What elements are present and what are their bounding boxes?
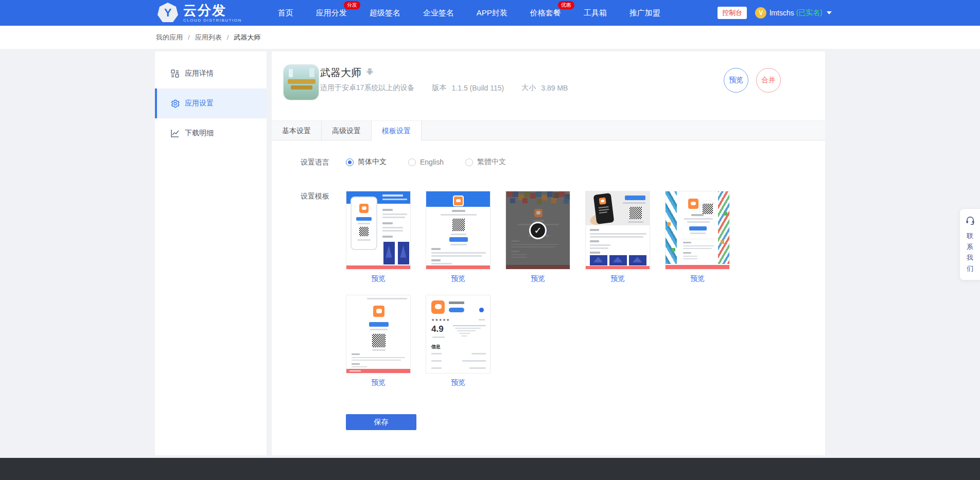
- template-grid: 预览: [346, 191, 752, 387]
- sidebar-item-label: 应用详情: [185, 69, 214, 78]
- selected-template-overlay: ✓: [506, 191, 570, 269]
- nav-item-label: 价格套餐: [530, 8, 561, 17]
- sidebar-item-app-settings[interactable]: 应用设置: [155, 88, 267, 118]
- template-settings-form: 设置语言 简体中文 English 繁體中文 设置模板: [272, 140, 825, 430]
- nav-item-pricing[interactable]: 价格套餐优惠: [530, 8, 561, 18]
- contact-char: 们: [967, 263, 973, 274]
- grid-icon: [170, 69, 180, 78]
- headset-icon: [965, 215, 975, 227]
- radio-simplified-chinese[interactable]: 简体中文: [346, 157, 387, 167]
- template-thumbnail: [346, 295, 411, 374]
- contact-us-widget[interactable]: 联 系 我 们: [959, 208, 980, 280]
- nav-item-super-signature[interactable]: 超级签名: [370, 8, 400, 18]
- template-preview-link[interactable]: 预览: [585, 274, 650, 283]
- checkmark-icon: ✓: [529, 222, 547, 239]
- android-icon: [365, 67, 374, 78]
- nav-item-toolbox[interactable]: 工具箱: [584, 8, 607, 18]
- app-header: 武器大师 适用于安卓17系统以上的设备 版本 1.1.5 (Build 115)…: [272, 51, 825, 120]
- nav-item-app-distribution[interactable]: 应用分发分发: [316, 8, 347, 18]
- stars-row: ★★★★★: [431, 318, 450, 322]
- contact-char: 联: [967, 230, 973, 241]
- template-thumbnail: [665, 191, 730, 270]
- language-label: 设置语言: [301, 157, 331, 167]
- sidebar-item-download-details[interactable]: 下载明细: [155, 118, 267, 148]
- size-value: 3.89 MB: [541, 84, 568, 92]
- version-label: 版本: [432, 83, 447, 93]
- nav-item-home[interactable]: 首页: [278, 8, 293, 18]
- sidebar-item-label: 下载明细: [185, 129, 214, 138]
- tab-basic-settings[interactable]: 基本设置: [272, 121, 322, 141]
- sidebar: 应用详情 应用设置 下载明细: [155, 51, 267, 455]
- radio-english[interactable]: English: [408, 158, 444, 166]
- logo-mark-icon: Y: [157, 3, 178, 23]
- console-button[interactable]: 控制台: [717, 7, 747, 19]
- breadcrumb: 我的应用 / 应用列表 / 武器大师: [0, 26, 980, 49]
- main-panel: 武器大师 适用于安卓17系统以上的设备 版本 1.1.5 (Build 115)…: [272, 51, 825, 455]
- device-note: 适用于安卓17系统以上的设备: [320, 83, 415, 93]
- settings-tabbar: 基本设置 高级设置 模板设置: [272, 120, 825, 140]
- nav-links: 首页 应用分发分发 超级签名 企业签名 APP封装 价格套餐优惠 工具箱 推广加…: [267, 8, 672, 18]
- nav-item-app-packaging[interactable]: APP封装: [477, 8, 507, 18]
- logo[interactable]: Y 云分发 CLOUD DISTRIBUTION: [157, 3, 242, 23]
- breadcrumb-app-list[interactable]: 应用列表: [195, 33, 222, 42]
- share-dot-icon: [479, 308, 484, 312]
- template-thumbnail: ✓: [505, 191, 570, 270]
- template-option-5[interactable]: 预览: [665, 191, 730, 283]
- template-thumbnail: [585, 191, 650, 270]
- size-label: 大小: [521, 83, 536, 93]
- radio-label: 繁體中文: [477, 157, 506, 167]
- template-preview-link[interactable]: 预览: [426, 274, 491, 283]
- logo-title: 云分发: [183, 4, 242, 17]
- template-preview-link[interactable]: 预览: [665, 274, 730, 283]
- radio-label: English: [420, 158, 444, 166]
- template-option-1[interactable]: 预览: [346, 191, 411, 283]
- save-button[interactable]: 保存: [346, 414, 416, 430]
- preview-app-button[interactable]: 预览: [724, 68, 748, 93]
- radio-traditional-chinese[interactable]: 繁體中文: [465, 157, 506, 167]
- logo-subtitle: CLOUD DISTRIBUTION: [183, 18, 242, 23]
- nav-item-promotion[interactable]: 推广加盟: [629, 8, 660, 18]
- template-preview-link[interactable]: 预览: [505, 274, 570, 283]
- contact-char: 系: [967, 241, 973, 252]
- template-option-6[interactable]: 预览: [346, 295, 411, 387]
- breadcrumb-current-app: 武器大师: [234, 33, 260, 42]
- tab-template-settings[interactable]: 模板设置: [372, 121, 422, 141]
- template-label: 设置模板: [301, 191, 331, 387]
- sidebar-item-app-details[interactable]: 应用详情: [155, 59, 267, 88]
- rating-value: 4.9: [431, 324, 444, 334]
- radio-icon: [465, 158, 473, 166]
- verified-status: (已实名): [796, 8, 822, 17]
- sidebar-item-label: 应用设置: [185, 99, 214, 108]
- template-option-2[interactable]: 预览: [426, 191, 491, 283]
- radio-icon: [408, 158, 416, 166]
- template-option-7[interactable]: ★★★★★ 4.9 信息: [426, 295, 491, 387]
- gear-icon: [170, 99, 180, 108]
- chart-icon: [170, 129, 180, 138]
- user-name[interactable]: lmtschs: [769, 9, 794, 17]
- template-thumbnail: ★★★★★ 4.9 信息: [426, 295, 491, 374]
- merge-button[interactable]: 合并: [756, 68, 781, 93]
- discount-badge: 优惠: [558, 1, 574, 9]
- user-avatar[interactable]: V: [755, 7, 766, 19]
- version-value: 1.1.5 (Build 115): [452, 84, 504, 92]
- template-preview-link[interactable]: 预览: [346, 274, 411, 283]
- app-icon: [283, 64, 319, 100]
- breadcrumb-my-apps[interactable]: 我的应用: [156, 33, 183, 42]
- template-thumbnail: [346, 191, 411, 270]
- template-option-3-selected[interactable]: ✓ 预览: [505, 191, 570, 283]
- radio-label: 简体中文: [358, 157, 387, 167]
- template-preview-link[interactable]: 预览: [346, 378, 411, 387]
- breadcrumb-separator: /: [188, 33, 190, 41]
- nav-item-label: 应用分发: [316, 8, 347, 17]
- page-footer: [0, 458, 980, 480]
- template-option-4[interactable]: 预览: [585, 191, 650, 283]
- contact-char: 我: [967, 252, 973, 263]
- info-section-label: 信息: [431, 344, 441, 350]
- nav-item-enterprise-signature[interactable]: 企业签名: [423, 8, 454, 18]
- template-thumbnail: [426, 191, 491, 270]
- template-preview-link[interactable]: 预览: [426, 378, 491, 387]
- distribution-badge: 分发: [344, 1, 360, 9]
- radio-icon: [346, 158, 354, 166]
- tab-advanced-settings[interactable]: 高级设置: [322, 121, 372, 141]
- chevron-down-icon[interactable]: [827, 11, 832, 14]
